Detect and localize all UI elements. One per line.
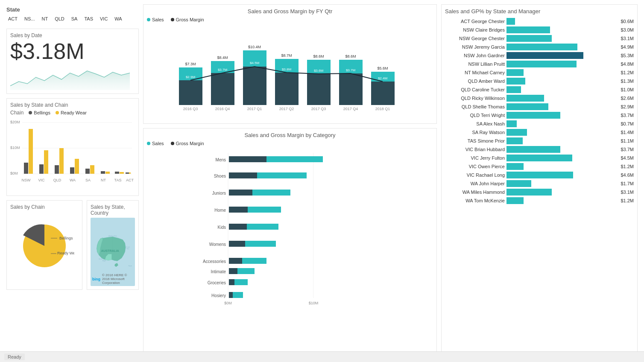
manager-name: VIC Brian Hubbard: [445, 147, 505, 152]
cat-sales-dot: [147, 142, 150, 145]
svg-rect-20: [126, 172, 129, 174]
svg-rect-17: [105, 172, 110, 174]
state-filter-title: State: [6, 6, 139, 13]
manager-bar-container: [506, 155, 617, 161]
manager-name: QLD Terri Wright: [445, 113, 505, 118]
svg-text:Juniors: Juniors: [212, 191, 226, 196]
manager-row: VIC Rachael Long$4.6M: [445, 172, 634, 178]
manager-name: SA Alex Nash: [445, 121, 505, 126]
svg-rect-12: [70, 167, 74, 174]
svg-text:$0M: $0M: [10, 171, 18, 175]
state-buttons: ACTNS...NTQLDSATASVICWA: [6, 15, 139, 22]
right-column: Sales and GP% by State and Manager ACT G…: [441, 4, 638, 358]
svg-text:Home: Home: [214, 208, 226, 213]
fy-gm-dot: [171, 18, 174, 21]
svg-rect-10: [55, 165, 59, 174]
svg-rect-57: [275, 73, 299, 105]
gp-state-manager-title: Sales and GP% by State and Manager: [445, 8, 634, 15]
manager-row: NSW George Chester$3.1M: [445, 35, 634, 42]
state-btn-sa[interactable]: SA: [70, 15, 79, 22]
svg-text:$10.4M: $10.4M: [248, 45, 261, 49]
bellings-legend: Bellings: [29, 110, 50, 115]
state-btn-vic[interactable]: VIC: [98, 15, 109, 22]
svg-rect-88: [229, 172, 257, 178]
manager-bar: [506, 86, 521, 93]
manager-name: SA Ray Watson: [445, 130, 505, 135]
svg-text:Womens: Womens: [209, 242, 226, 247]
manager-row: WA Miles Hammond$3.1M: [445, 189, 634, 196]
manager-bar-container: [506, 163, 617, 170]
manager-value: $4.5M: [621, 155, 634, 161]
manager-bar-container: [506, 103, 617, 110]
svg-text:$5.6M: $5.6M: [377, 66, 388, 70]
svg-rect-106: [229, 268, 237, 274]
state-filter: State ACTNS...NTQLDSATASVICWA: [6, 4, 139, 24]
svg-text:SA: SA: [85, 178, 91, 182]
bellings-label: Bellings: [34, 110, 50, 115]
manager-bar: [506, 189, 552, 196]
svg-text:$3.7M: $3.7M: [346, 68, 356, 72]
manager-value: $0.7M: [621, 121, 634, 126]
map-placeholder: Arafura Sea Coral Sea Great Australian B…: [91, 218, 135, 286]
svg-text:$8.6M: $8.6M: [313, 54, 324, 58]
svg-text:$3.7M: $3.7M: [218, 68, 228, 72]
manager-row: WA John Harper$1.7M: [445, 180, 634, 187]
manager-bar: [506, 129, 527, 136]
svg-text:$7.3M: $7.3M: [185, 62, 196, 66]
manager-row: TAS Simone Prior$1.1M: [445, 137, 634, 144]
svg-text:$8.7M: $8.7M: [281, 53, 292, 58]
svg-text:$8.6M: $8.6M: [345, 54, 356, 58]
manager-name: VIC Jerry Fulton: [445, 155, 505, 161]
svg-text:NT: NT: [101, 178, 106, 182]
manager-bar: [506, 69, 524, 76]
svg-text:Intimate: Intimate: [211, 269, 226, 274]
state-btn-qld[interactable]: QLD: [53, 15, 66, 22]
svg-rect-53: [243, 67, 266, 105]
manager-bar: [506, 52, 583, 59]
state-btn-act[interactable]: ACT: [6, 15, 19, 22]
state-btn-ns...[interactable]: NS...: [23, 15, 36, 22]
svg-text:$2.9M: $2.9M: [186, 75, 196, 79]
manager-value: $3.0M: [621, 27, 634, 32]
manager-name: NSW George Chester: [445, 36, 505, 41]
svg-rect-69: [371, 82, 395, 105]
svg-rect-61: [307, 74, 331, 105]
sales-total-value: $3.18M: [10, 40, 135, 62]
manager-name: QLD Amber Ward: [445, 79, 505, 84]
manager-bar-container: [506, 69, 617, 76]
svg-text:2018 Q1: 2018 Q1: [375, 107, 390, 111]
manager-value: $4.6M: [621, 172, 634, 178]
state-btn-tas[interactable]: TAS: [82, 15, 95, 22]
manager-bar-container: [506, 35, 617, 42]
fy-legend: Sales Gross Margin: [147, 17, 433, 22]
manager-value: $1.0M: [621, 87, 634, 92]
manager-row: VIC Owen Pierce$1.2M: [445, 163, 634, 170]
cat-gm-label: Gross Margin: [176, 141, 204, 146]
svg-rect-21: [129, 172, 131, 174]
manager-bar-container: [506, 180, 617, 187]
manager-row: VIC Brian Hubbard$3.7M: [445, 146, 634, 153]
svg-rect-100: [229, 241, 245, 247]
manager-bar: [506, 172, 573, 178]
manager-row: QLD Shellie Thomas$2.9M: [445, 103, 634, 110]
svg-text:2017 Q2: 2017 Q2: [279, 107, 294, 111]
svg-text:QLD: QLD: [53, 178, 61, 182]
state-btn-nt[interactable]: NT: [40, 15, 50, 22]
svg-text:$4.5M: $4.5M: [250, 61, 260, 65]
svg-rect-15: [90, 165, 94, 174]
manager-row: NSW Jeremy Garcia$4.9M: [445, 44, 634, 50]
manager-bar-container: [506, 120, 617, 127]
svg-text:Accessories: Accessories: [203, 259, 226, 264]
grouped-bar-svg: $20M $10M $0M: [10, 118, 134, 191]
status-bar: Ready: [0, 351, 644, 362]
manager-name: QLD Caroline Tucker: [445, 87, 505, 92]
category-chart-title: Sales and Gross Margin by Category: [147, 132, 433, 138]
fy-gm-legend: Gross Margin: [171, 17, 204, 22]
state-btn-wa[interactable]: WA: [113, 15, 123, 22]
manager-value: $1.1M: [621, 138, 634, 143]
svg-text:Mens: Mens: [216, 158, 226, 162]
svg-rect-85: [229, 156, 266, 162]
svg-text:ACT: ACT: [126, 178, 134, 182]
sales-by-state-country-card: Sales by State, Country Arafura Sea Cora…: [87, 200, 139, 290]
fy-sales-label: Sales: [152, 17, 164, 22]
